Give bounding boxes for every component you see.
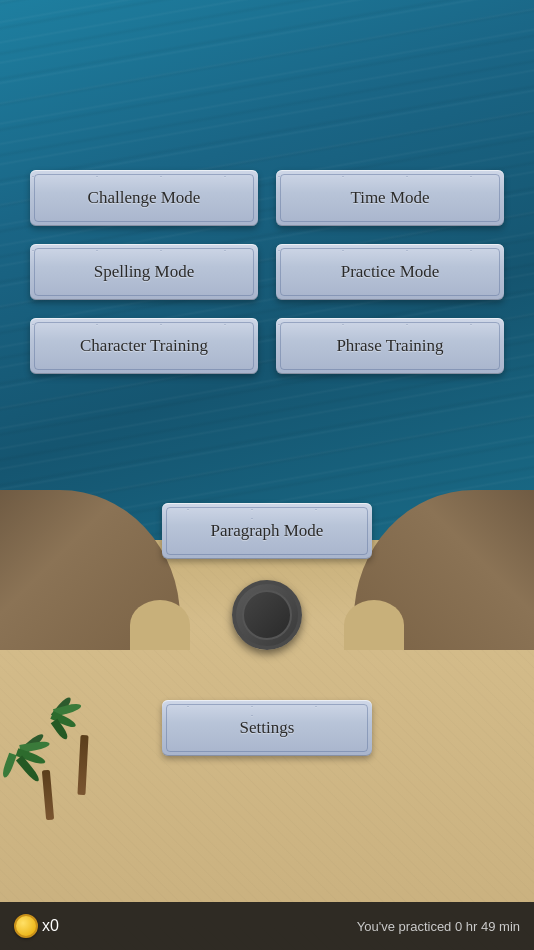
practice-mode-button[interactable]: Practice Mode bbox=[276, 244, 504, 300]
bottom-bar: x0 You've practiced 0 hr 49 min bbox=[0, 902, 534, 950]
paragraph-mode-button[interactable]: Paragraph Mode bbox=[162, 503, 372, 559]
settings-button[interactable]: Settings bbox=[162, 700, 372, 756]
spelling-mode-button[interactable]: Spelling Mode bbox=[30, 244, 258, 300]
phrase-training-button[interactable]: Phrase Training bbox=[276, 318, 504, 374]
coin-area: x0 bbox=[14, 914, 59, 938]
character-training-button[interactable]: Character Training bbox=[30, 318, 258, 374]
challenge-mode-button[interactable]: Challenge Mode bbox=[30, 170, 258, 226]
palm-tree-2 bbox=[65, 705, 100, 795]
manhole-decoration bbox=[232, 580, 302, 650]
coin-count: x0 bbox=[42, 917, 59, 935]
palm-tree-1 bbox=[30, 740, 65, 820]
coin-icon bbox=[14, 914, 38, 938]
button-grid: Challenge Mode Time Mode Spelling Mode P… bbox=[0, 170, 534, 374]
practice-time-label: You've practiced 0 hr 49 min bbox=[357, 919, 520, 934]
time-mode-button[interactable]: Time Mode bbox=[276, 170, 504, 226]
